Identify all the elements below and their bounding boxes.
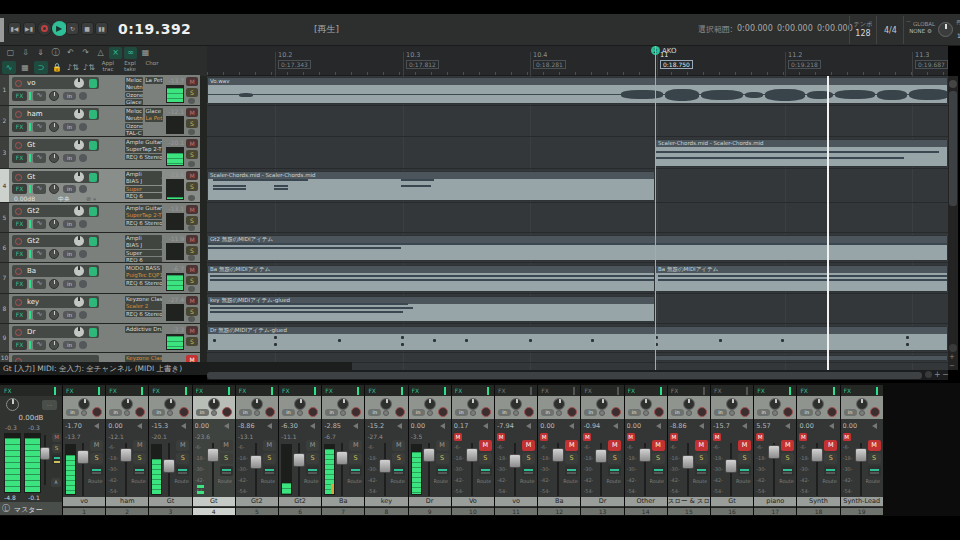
timeline-ruler[interactable]: 10.20:17.34310.30:17.81210.40:18.281110:…: [207, 46, 948, 76]
input-button[interactable]: in: [63, 280, 76, 288]
mute-button[interactable]: M: [186, 108, 198, 117]
strip-name[interactable]: スロー & スロー: [668, 497, 710, 506]
mixer-strip[interactable]: FXin0.00M-6--18--30--42--54-MSRouteBa12: [538, 385, 580, 515]
arrange-horizontal-scrollbar[interactable]: +−: [207, 370, 948, 380]
strip-name[interactable]: Ba: [322, 497, 364, 506]
strip-mute-button[interactable]: M: [176, 440, 189, 451]
strip-route-button[interactable]: [824, 466, 837, 476]
monitor-button[interactable]: [89, 267, 97, 276]
fx-button[interactable]: FX: [12, 249, 27, 259]
volume-knob[interactable]: [74, 172, 84, 182]
strip-solo-button[interactable]: S: [263, 453, 276, 464]
repeat-button[interactable]: ↻: [66, 22, 79, 35]
input-monitor-button[interactable]: [79, 250, 87, 258]
envelope-button[interactable]: ∿: [33, 310, 46, 320]
fx-slot[interactable]: SuperTap 2-T: [125, 212, 162, 219]
strip-record-arm[interactable]: [438, 407, 448, 417]
solo-button[interactable]: S: [186, 246, 198, 255]
strip-number[interactable]: 12: [538, 507, 580, 515]
strip-solo-button[interactable]: S: [436, 453, 449, 464]
strip-input-monitor[interactable]: [254, 410, 260, 416]
monitor-button[interactable]: [89, 110, 97, 119]
track-name[interactable]: Gt: [27, 173, 72, 181]
input-monitor-button[interactable]: [79, 123, 87, 131]
mixer-master-strip[interactable]: FX◦◦0.00dB-0.3-0.3MS∧-4.8-0.1Ⓛマスター: [0, 385, 62, 515]
strip-fx-button[interactable]: FX: [498, 387, 506, 394]
mixer-strip[interactable]: FXin-15.3-20.1MSRouteGt3: [149, 385, 191, 515]
strip-volume-readout[interactable]: -8.86: [238, 422, 264, 430]
fx-button[interactable]: FX: [12, 153, 27, 163]
fx-slot[interactable]: MODO BASS: [125, 265, 162, 272]
strip-route-button[interactable]: [176, 466, 189, 476]
mute-button[interactable]: M: [186, 235, 198, 244]
strip-input-monitor[interactable]: [859, 410, 865, 416]
strip-volume-readout[interactable]: 0.00: [540, 422, 566, 430]
pan-knob[interactable]: [49, 184, 59, 194]
hzoom-out-button[interactable]: −: [942, 370, 949, 379]
strip-input-button[interactable]: in: [628, 409, 641, 416]
strip-mute-button[interactable]: M: [652, 440, 665, 451]
master-fader-cap[interactable]: [40, 447, 50, 460]
pan-knob[interactable]: [49, 249, 59, 259]
fx-slot[interactable]: Meloc: [125, 77, 143, 84]
strip-mute-button[interactable]: M: [90, 440, 103, 451]
strip-mute-button[interactable]: M: [738, 440, 751, 451]
strip-input-monitor[interactable]: [211, 410, 217, 416]
strip-fader-cap[interactable]: [768, 445, 780, 459]
strip-route-button[interactable]: [90, 466, 103, 476]
mute-button[interactable]: M: [186, 296, 198, 305]
save-project-icon[interactable]: ⇩: [19, 47, 32, 59]
strip-mute-button[interactable]: M: [306, 440, 319, 451]
strip-record-arm[interactable]: [611, 407, 621, 417]
vscroll-top-button[interactable]: [949, 80, 957, 88]
strip-fx-button[interactable]: FX: [671, 387, 679, 394]
fx-slot[interactable]: La Pet: [145, 115, 163, 122]
pan-knob[interactable]: [49, 340, 59, 350]
time-signature[interactable]: 4/4: [884, 26, 897, 35]
strip-route-button[interactable]: [868, 466, 881, 476]
track-panel[interactable]: 9DrFX∿inAddictive Dru-3.3MS: [0, 324, 207, 352]
fx-slot[interactable]: PuigTec EQP1: [125, 272, 162, 279]
fx-slot[interactable]: Neutn: [125, 84, 143, 91]
strip-number[interactable]: 15: [668, 507, 710, 515]
input-button[interactable]: in: [63, 123, 76, 131]
strip-pan-knob[interactable]: [294, 398, 306, 410]
fx-param-button[interactable]: [188, 225, 195, 231]
vzoom-dot-button[interactable]: [949, 344, 957, 352]
volume-knob[interactable]: [74, 140, 84, 150]
volume-knob[interactable]: [74, 206, 84, 216]
strip-volume-readout[interactable]: -15.7: [713, 422, 739, 430]
strip-mute-button[interactable]: M: [781, 440, 794, 451]
strip-name[interactable]: Synth-Lead: [841, 497, 883, 506]
master-fader-track[interactable]: [44, 435, 46, 485]
strip-volume-readout[interactable]: 0.00: [799, 422, 825, 430]
strip-solo-button[interactable]: S: [695, 453, 708, 464]
strip-solo-button[interactable]: S: [522, 453, 535, 464]
strip-fx-button[interactable]: FX: [455, 387, 463, 394]
strip-fx-button[interactable]: FX: [325, 387, 333, 394]
fx-param-button[interactable]: [188, 286, 195, 292]
strip-number[interactable]: 7: [322, 507, 364, 515]
fx-slot[interactable]: REQ 6: [125, 193, 162, 200]
strip-fx-button[interactable]: FX: [584, 387, 592, 394]
strip-number[interactable]: 5: [236, 507, 278, 515]
master-mono-knob[interactable]: [6, 398, 19, 411]
solo-button[interactable]: S: [186, 150, 198, 159]
mixer-strip[interactable]: FXin-8.86M-6--18--30--42--54-MSRouteスロー …: [668, 385, 710, 515]
mixer-strip[interactable]: FXin-0.94M-6--18--30--42--54-MSRouteDr13: [581, 385, 623, 515]
strip-name[interactable]: Dr: [409, 497, 451, 506]
strip-input-button[interactable]: in: [196, 409, 209, 416]
mute-button[interactable]: M: [186, 355, 198, 362]
strip-fader-cap[interactable]: [552, 448, 564, 462]
window-edge-handle[interactable]: [0, 18, 4, 42]
strip-pan-knob[interactable]: [121, 398, 133, 410]
record-arm-icon[interactable]: [15, 111, 22, 118]
strip-pan-knob[interactable]: [164, 398, 176, 410]
strip-fx-button[interactable]: FX: [800, 387, 808, 394]
strip-pan-knob[interactable]: [683, 398, 695, 410]
strip-fader-track[interactable]: [255, 443, 257, 496]
strip-volume-readout[interactable]: -8.86: [670, 422, 696, 430]
media-item[interactable]: Scaler-Chords.mid - Scaler-Chords.mid: [655, 139, 948, 167]
strip-volume-readout[interactable]: -15.3: [151, 422, 177, 430]
strip-name[interactable]: Gt: [711, 497, 753, 506]
